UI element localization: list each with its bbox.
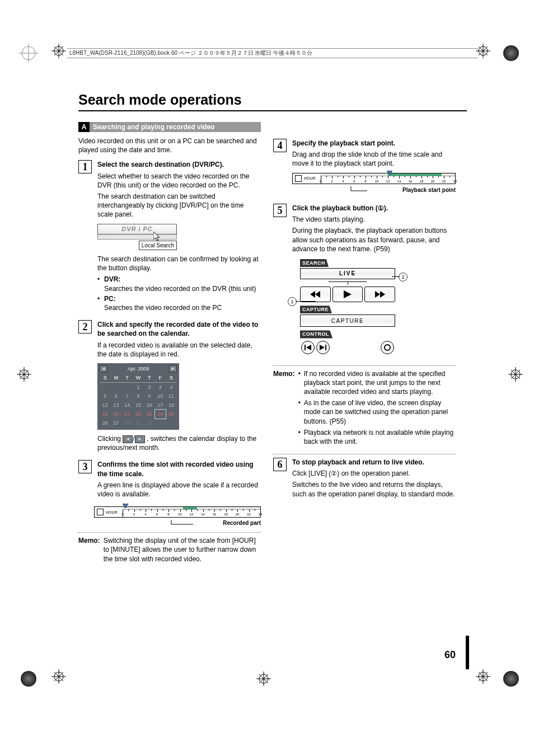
tick-label: 12: [190, 513, 194, 516]
cal-dow: S: [100, 373, 111, 383]
svg-marker-42: [123, 504, 128, 508]
cal-cell: [121, 383, 133, 392]
tick-label: 24: [259, 513, 263, 516]
tick-label: 8: [167, 513, 169, 516]
step-5-p1: The video starts playing.: [292, 215, 456, 224]
step-4: 4 Specify the playback start point. Drag…: [273, 139, 456, 198]
svg-point-53: [385, 345, 390, 350]
tick-label: 12: [386, 179, 390, 184]
fastforward-icon: [375, 291, 385, 298]
callout-2: 2: [399, 273, 407, 281]
step-6: 6 To stop playback and return to live vi…: [273, 458, 456, 501]
record-button: [381, 341, 394, 354]
figure-timescale-startpoint: HOUR 024681012141618202224: [292, 173, 456, 194]
cal-cell: 23: [144, 410, 155, 419]
step-2-p2: Clicking ◄/► , switches the calendar dis…: [97, 434, 261, 452]
cal-cell: [111, 383, 122, 392]
svg-marker-48: [380, 291, 385, 298]
tick-label: 2: [133, 513, 135, 516]
play-icon: [344, 290, 352, 298]
crop-mark-bl: [19, 669, 38, 688]
fastforward-button: [364, 287, 395, 302]
step-number: 4: [273, 139, 287, 152]
tick-label: 22: [442, 179, 446, 184]
tick-label: 4: [144, 513, 146, 516]
cal-dow: T: [144, 373, 155, 383]
memo-right: Memo: If no recorded video is available …: [273, 365, 456, 449]
step-1: 1 Select the search destination (DVR/PC)…: [78, 160, 261, 314]
svg-point-30: [503, 671, 519, 687]
cal-cell: 8: [133, 392, 144, 401]
skip-fwd-button: [316, 341, 330, 354]
step-3: 3 Confirms the time slot with recorded v…: [78, 460, 261, 501]
cal-cell: 12: [100, 401, 111, 410]
record-icon: [384, 344, 391, 351]
step-4-head: Specify the playback start point.: [292, 139, 456, 148]
panel-capture-label: CAPTURE: [300, 306, 332, 313]
cal-dow: M: [111, 373, 122, 383]
tick-label: 2: [331, 179, 332, 184]
tick-label: 24: [453, 179, 457, 184]
cal-cell: 19: [100, 410, 111, 419]
tick-label: 16: [213, 513, 217, 516]
skip-back-button: [301, 341, 315, 354]
figure-calendar: ◄ Apr. 2009 ► SMTWTFS 123456789101112131…: [97, 363, 261, 430]
rewind-button: [300, 287, 331, 302]
slide-knob-icon: [123, 503, 128, 508]
cal-cell: 17: [155, 401, 166, 410]
intro-text: Video recorded on this unit or on a PC c…: [78, 137, 261, 154]
svg-rect-52: [325, 345, 326, 350]
cal-cell: 3: [155, 383, 166, 392]
step-6-p1: Click [LIVE] (②) on the operation panel.: [292, 469, 456, 478]
reg-mark-ml: [17, 367, 31, 382]
section-title: Searching and playing recorded video: [90, 122, 214, 132]
cal-cell: 13: [111, 401, 122, 410]
inline-next-icon: ►: [135, 435, 145, 443]
memo-right-3: Playback via network is not available wh…: [298, 428, 456, 446]
figure-timescale-recorded: HOUR 024681012141618202224 Recorded part: [94, 506, 261, 527]
page-number: 60: [444, 649, 456, 661]
pc-label: PC: [143, 225, 153, 233]
tooltip-local-search: Local Search: [97, 241, 177, 251]
left-column: A Searching and playing recorded video V…: [78, 122, 261, 564]
cal-cell: 16: [144, 401, 155, 410]
cal-cell: 22: [133, 410, 144, 419]
cal-dow: W: [133, 373, 144, 383]
tick-label: 20: [431, 179, 435, 184]
step-number: 5: [273, 204, 287, 217]
panel-control-label: CONTROL: [300, 330, 332, 338]
tick-label: 10: [178, 513, 182, 516]
cal-cell: [155, 419, 166, 428]
tick-label: 22: [247, 513, 251, 516]
tick-label: 10: [375, 179, 379, 184]
thumb-index-bar: [466, 636, 469, 669]
book-header-text: L8HBT_WA(DSR-2116_2108)(GB).book 60 ページ …: [69, 49, 312, 57]
reg-mark-br2: [476, 669, 490, 684]
tick-label: 4: [342, 179, 344, 184]
hour-toggle-icon: [295, 175, 302, 182]
cal-cell: 15: [133, 401, 144, 410]
reg-mark-bl: [51, 669, 66, 684]
step-6-head: To stop playback and return to live vide…: [292, 458, 456, 467]
skip-fwd-icon: [320, 345, 326, 350]
step-3-head: Confirms the time slot with recorded vid…: [97, 460, 261, 478]
crop-mark-br: [502, 669, 521, 688]
step-1-p2: The search destination can be switched i…: [97, 192, 261, 219]
cal-cell: 10: [155, 392, 166, 401]
cal-cell: 14: [121, 401, 133, 410]
tick-label: 0: [121, 513, 123, 516]
step-5-head: Click the playback button (①).: [292, 204, 456, 213]
tick-label: 20: [236, 513, 240, 516]
step-number: 1: [78, 160, 92, 173]
hour-toggle-icon: [97, 509, 104, 515]
svg-marker-43: [387, 171, 392, 175]
cal-dow: S: [166, 373, 177, 383]
svg-point-29: [21, 671, 36, 687]
right-column: 4 Specify the playback start point. Drag…: [273, 122, 456, 564]
tick-label: 18: [224, 513, 228, 516]
cal-cell: 6: [111, 392, 122, 401]
memo-right-2: As in the case of live video, the screen…: [298, 398, 456, 426]
step-number: 3: [78, 460, 92, 473]
hour-label: HOUR: [106, 510, 118, 514]
page-title: Search mode operations: [78, 92, 467, 111]
